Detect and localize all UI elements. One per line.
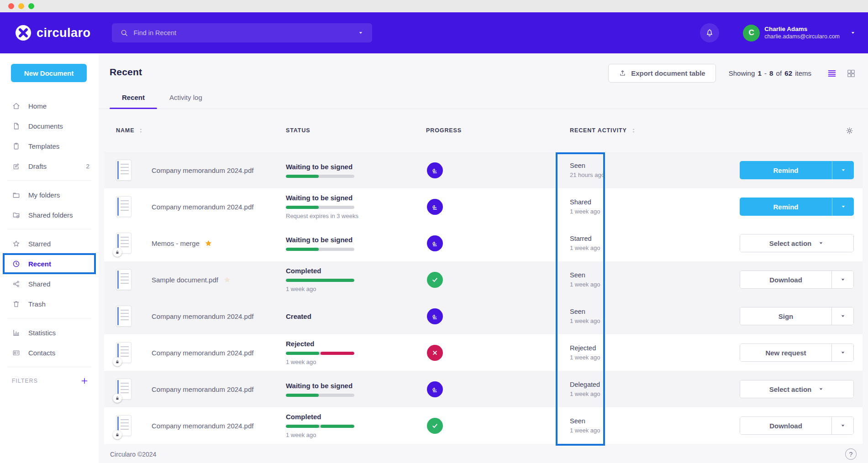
row-action-dropdown-button[interactable] (832, 161, 854, 179)
search-icon (120, 29, 128, 37)
row-action-dropdown-button[interactable] (831, 307, 853, 325)
table-row[interactable]: Company memorandum 2024.pdf Created (104, 298, 863, 334)
row-action-button[interactable]: New request (740, 344, 831, 361)
sidebar-item-label: Home (28, 102, 47, 110)
row-action-button[interactable]: Remind (740, 198, 832, 216)
activity-time: 1 week ago (570, 281, 740, 288)
status-cell: Waiting to be signed (286, 163, 426, 178)
recent-activity-cell: Delegated 1 week ago (570, 381, 740, 397)
caret-down-icon (840, 422, 846, 429)
sort-icon[interactable] (138, 128, 144, 134)
row-action-button[interactable]: Download (740, 417, 831, 434)
progress-badge (427, 162, 443, 178)
document-name[interactable]: Company memorandum 2024.pdf (152, 312, 253, 320)
sidebar-item[interactable]: Templates (0, 136, 99, 156)
row-action-button[interactable]: Select action (740, 380, 853, 398)
table-row[interactable]: Sample document.pdf Completed 1 week ago (104, 261, 863, 298)
user-email: charlie.adams@circularo.com (764, 33, 840, 41)
row-action-button[interactable]: Remind (740, 161, 832, 179)
sidebar-item[interactable]: Statistics (0, 323, 99, 343)
row-action-button[interactable]: Download (740, 271, 831, 288)
recent-activity-cell: Shared 1 week ago (570, 198, 740, 215)
document-name[interactable]: Sample document.pdf (152, 276, 218, 284)
sidebar-item[interactable]: Shared folders (0, 205, 99, 225)
minimize-window-button[interactable] (18, 3, 24, 9)
list-view-icon[interactable] (827, 68, 837, 78)
document-name[interactable]: Company memorandum 2024.pdf (152, 203, 253, 211)
sidebar-divider (7, 318, 91, 318)
app-logo[interactable]: circularo (15, 25, 91, 41)
help-button[interactable]: ? (845, 448, 857, 460)
export-document-table-button[interactable]: Export document table (608, 64, 716, 83)
document-name[interactable]: Company memorandum 2024.pdf (152, 349, 253, 357)
close-window-button[interactable] (8, 3, 14, 9)
new-document-button[interactable]: New Document (11, 64, 87, 82)
row-action-dropdown-button[interactable] (831, 344, 853, 361)
sidebar-item[interactable]: Contacts (0, 343, 99, 363)
user-name: Charlie Adams (764, 26, 840, 33)
activity-time: 21 hours ago (570, 172, 740, 178)
sidebar-item[interactable]: Shared (0, 274, 99, 294)
status-cell: Waiting to be signed (286, 382, 426, 397)
document-name[interactable]: Memos - merge (152, 239, 200, 247)
sidebar-item[interactable]: My folders (0, 185, 99, 205)
sidebar-item[interactable]: Drafts 2 (0, 156, 99, 176)
progress-bar (286, 279, 354, 282)
row-action-button[interactable]: Sign (740, 307, 831, 325)
document-icon (12, 122, 21, 130)
document-name[interactable]: Company memorandum 2024.pdf (152, 422, 253, 430)
activity-label: Rejected (570, 344, 740, 352)
row-action-button[interactable]: Select action (740, 234, 853, 252)
row-action-dropdown-button[interactable] (831, 417, 853, 434)
row-action-dropdown-button[interactable] (831, 271, 853, 288)
row-action: Download (740, 271, 854, 289)
column-header[interactable]: PROGRESS (426, 127, 570, 134)
progress-bar (286, 425, 354, 428)
sort-icon[interactable] (631, 128, 637, 134)
sidebar-item[interactable]: Starred (0, 234, 99, 254)
sidebar-item[interactable]: Recent (0, 254, 99, 274)
tab[interactable]: Recent (110, 89, 157, 109)
status-label: Completed (286, 413, 426, 421)
activity-time: 1 week ago (570, 354, 740, 361)
add-filter-button[interactable] (80, 377, 89, 385)
lock-icon (113, 357, 122, 366)
search-input[interactable] (134, 29, 352, 36)
row-action-dropdown-button[interactable] (832, 198, 854, 216)
star-icon[interactable] (223, 276, 231, 284)
tab[interactable]: Activity log (157, 89, 215, 109)
table-row[interactable]: Memos - merge Waiting to be signed (104, 225, 863, 261)
document-name[interactable]: Company memorandum 2024.pdf (152, 166, 253, 174)
notifications-button[interactable] (700, 23, 719, 42)
caret-down-icon (840, 313, 846, 319)
folder-icon (12, 191, 21, 199)
document-thumbnail-icon (116, 160, 132, 181)
document-name[interactable]: Company memorandum 2024.pdf (152, 385, 253, 393)
table-row[interactable]: Company memorandum 2024.pdf Rejected 1 w… (104, 334, 863, 371)
star-icon[interactable] (204, 239, 213, 248)
status-note: Request expires in 3 weeks (286, 213, 426, 219)
maximize-window-button[interactable] (28, 3, 34, 9)
progress-badge (427, 345, 443, 361)
user-menu-caret-icon[interactable] (850, 30, 856, 36)
table-row[interactable]: Company memorandum 2024.pdf Waiting to b… (104, 371, 863, 407)
sidebar-item[interactable]: Home (0, 96, 99, 116)
sidebar-item[interactable]: Documents (0, 116, 99, 136)
document-thumbnail-icon (116, 306, 132, 327)
column-header[interactable]: RECENT ACTIVITY (570, 127, 740, 134)
column-header[interactable]: STATUS (286, 127, 426, 134)
recent-activity-cell: Seen 1 week ago (570, 271, 740, 288)
global-search[interactable] (112, 23, 372, 42)
avatar[interactable]: C (743, 25, 760, 42)
search-scope-caret-icon[interactable] (358, 30, 364, 36)
sidebar-item[interactable]: Trash (0, 294, 99, 314)
column-header[interactable]: NAME (116, 127, 286, 134)
grid-view-icon[interactable] (846, 68, 856, 78)
table-row[interactable]: Company memorandum 2024.pdf Completed 1 … (104, 407, 863, 444)
table-row[interactable]: Company memorandum 2024.pdf Waiting to b… (104, 188, 863, 225)
status-label: Completed (286, 267, 426, 275)
caret-down-icon (818, 386, 824, 392)
table-row[interactable]: Company memorandum 2024.pdf Waiting to b… (104, 152, 863, 188)
activity-time: 1 week ago (570, 427, 740, 434)
table-settings-gear-icon[interactable] (845, 126, 854, 135)
